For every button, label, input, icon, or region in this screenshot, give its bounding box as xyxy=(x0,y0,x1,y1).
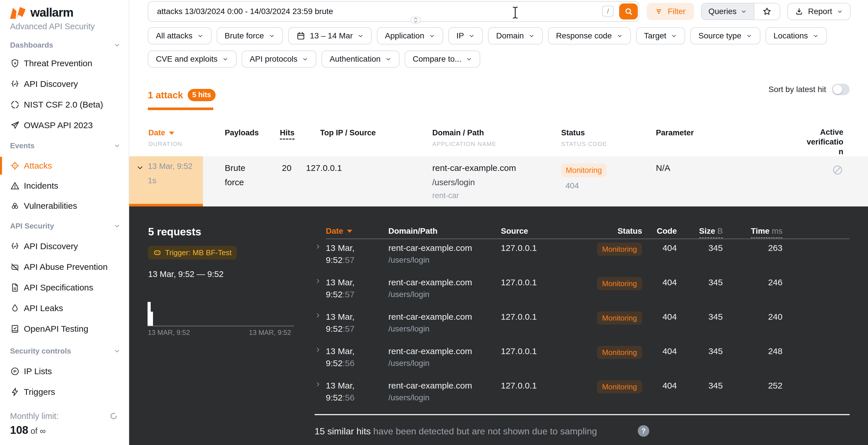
filter-chip-target[interactable]: Target xyxy=(636,27,685,44)
collapse-chevron-icon[interactable] xyxy=(136,164,144,171)
sidebar-item-api-abuse-prevention[interactable]: API Abuse Prevention xyxy=(0,256,129,277)
request-date: 13 Mar,9:52:56 xyxy=(326,380,354,404)
sidebar-item-incidents[interactable]: Incidents xyxy=(0,176,129,196)
request-source: 127.0.0.1 xyxy=(501,242,537,254)
attack-date: 13 Mar, 9:52 xyxy=(148,159,193,173)
filter-chip-ip[interactable]: IP xyxy=(448,27,483,44)
queries-button[interactable]: Queries xyxy=(702,3,754,20)
report-button[interactable]: Report xyxy=(787,3,850,20)
favorite-star-button[interactable] xyxy=(754,3,780,20)
lightning-icon xyxy=(10,387,20,397)
request-code: 404 xyxy=(662,311,677,323)
request-status-badge: Monitoring xyxy=(597,243,642,256)
request-row[interactable]: 13 Mar,9:52:56rent-car-example.com/users… xyxy=(129,378,868,413)
prohibit-icon[interactable] xyxy=(832,164,843,176)
sidebar-item-label: IP Lists xyxy=(24,367,52,376)
sidebar-item-attacks[interactable]: Attacks xyxy=(0,156,129,176)
sidebar-item-owasp-api[interactable]: OWASP API 2023 xyxy=(0,115,129,136)
filter-chip-13-14-mar[interactable]: 13 – 14 Mar xyxy=(288,27,372,44)
chevron-down-icon xyxy=(741,8,747,14)
req-column-size[interactable]: Size B xyxy=(699,227,723,238)
attack-status-badge: Monitoring xyxy=(561,164,607,177)
request-path: /users/login xyxy=(389,392,429,404)
req-column-date[interactable]: Date xyxy=(326,227,352,236)
filter-chip-label: Brute force xyxy=(225,31,264,40)
chevron-down-icon xyxy=(269,33,275,39)
sidebar-item-openapi-testing[interactable]: OpenAPI Testing xyxy=(0,318,129,339)
search-button[interactable] xyxy=(619,3,638,20)
filter-chip-application[interactable]: Application xyxy=(377,27,443,44)
sidebar-section-api-security: API SecurityAPI DiscoveryAPI Abuse Preve… xyxy=(0,216,129,339)
attack-row[interactable]: 13 Mar, 9:521s Brute force 20 127.0.0.1 … xyxy=(129,156,868,206)
sidebar-item-label: Incidents xyxy=(24,181,58,191)
attack-application: rent-car xyxy=(432,189,459,203)
sidebar-item-api-specifications[interactable]: API Specifications xyxy=(0,277,129,298)
search-expander[interactable] xyxy=(410,16,421,24)
sidebar-section-header-events[interactable]: Events xyxy=(0,136,129,156)
column-header-hits[interactable]: Hits xyxy=(280,129,294,140)
filter-chip-response-code[interactable]: Response code xyxy=(548,27,631,44)
request-time: 248 xyxy=(768,345,782,357)
req-column-time[interactable]: Time ms xyxy=(751,227,782,238)
sidebar-section-header-api-security[interactable]: API Security xyxy=(0,216,129,236)
sidebar-item-threat-prevention[interactable]: Threat Prevention xyxy=(0,53,129,74)
sidebar-section-security-controls: Security controlsIPIP ListsTriggers xyxy=(0,341,129,402)
sidebar-item-api-leaks[interactable]: API Leaks xyxy=(0,298,129,318)
sidebar-section-header-security-controls[interactable]: Security controls xyxy=(0,341,129,361)
expand-chevron-icon[interactable] xyxy=(315,381,321,388)
sidebar-item-label: API Specifications xyxy=(24,283,93,293)
sidebar-item-vulnerabilities[interactable]: Vulnerabilities xyxy=(0,196,129,216)
request-row[interactable]: 13 Mar,9:52:57rent-car-example.com/users… xyxy=(129,310,868,344)
request-row[interactable]: 13 Mar,9:52:57rent-car-example.com/users… xyxy=(129,241,868,275)
sidebar-item-triggers[interactable]: Triggers xyxy=(0,382,129,402)
column-header-date[interactable]: Date xyxy=(148,129,175,137)
sidebar-item-api-discovery-2[interactable]: API Discovery xyxy=(0,236,129,256)
filter-chip-cve-and-exploits[interactable]: CVE and exploits xyxy=(148,50,237,68)
book-check-icon xyxy=(10,324,20,334)
histogram-bar xyxy=(151,312,153,326)
sidebar-item-ip-lists[interactable]: IPIP Lists xyxy=(0,361,129,382)
req-column-source: Source xyxy=(501,227,528,236)
column-header-parameter: Parameter xyxy=(656,129,694,137)
attack-duration: 1s xyxy=(148,173,193,188)
filter-chip-compare-to[interactable]: Compare to... xyxy=(405,50,480,68)
filter-chip-api-protocols[interactable]: API protocols xyxy=(242,50,317,68)
chevron-down-icon xyxy=(197,33,204,39)
filter-chip-source-type[interactable]: Source type xyxy=(690,27,760,44)
search-input[interactable]: attacks 13/03/2024 0:00 - 14/03/2024 23:… xyxy=(148,1,639,22)
filter-chip-authentication[interactable]: Authentication xyxy=(321,50,399,68)
request-row[interactable]: 13 Mar,9:52:56rent-car-example.com/users… xyxy=(129,344,868,378)
filter-chip-brute-force[interactable]: Brute force xyxy=(217,27,283,44)
filter-chip-label: IP xyxy=(456,31,464,40)
sidebar-section-header-dashboards[interactable]: Dashboards xyxy=(0,37,129,53)
similar-hits-text: 15 similar hits have been detected but a… xyxy=(315,426,597,437)
expand-chevron-icon[interactable] xyxy=(315,346,321,353)
expand-chevron-icon[interactable] xyxy=(315,312,321,319)
filter-chips-row-2: CVE and exploitsAPI protocolsAuthenticat… xyxy=(148,50,480,68)
request-detail-panel: 5 requests Trigger: MB BF-Test 13 Mar, 9… xyxy=(129,206,868,445)
filter-chip-domain[interactable]: Domain xyxy=(488,27,542,44)
sort-toggle[interactable] xyxy=(832,84,849,95)
help-button[interactable]: ? xyxy=(638,425,649,437)
attack-status-code: 404 xyxy=(565,179,579,193)
expand-chevron-icon[interactable] xyxy=(315,243,321,250)
main-content: attacks 13/03/2024 0:00 - 14/03/2024 23:… xyxy=(129,0,868,445)
filter-chip-all-attacks[interactable]: All attacks xyxy=(148,27,212,44)
filter-button[interactable]: Filter xyxy=(647,3,694,20)
column-header-payloads: Payloads xyxy=(225,129,259,137)
req-column-status: Status xyxy=(617,227,642,236)
filter-chip-label: Target xyxy=(644,31,666,40)
expand-chevron-icon[interactable] xyxy=(315,278,321,284)
sidebar: wallarm Advanced API Security Dashboards… xyxy=(0,0,129,445)
sidebar-section-events: EventsAttacksIncidentsVulnerabilities xyxy=(0,136,129,216)
filter-chip-locations[interactable]: Locations xyxy=(766,27,827,44)
wallarm-logo[interactable]: wallarm xyxy=(9,5,129,20)
attack-top-ip: 127.0.0.1 xyxy=(306,161,342,175)
request-row[interactable]: 13 Mar,9:52:57rent-car-example.com/users… xyxy=(129,275,868,310)
chevron-down-icon xyxy=(302,56,308,62)
similar-hits-divider xyxy=(315,414,849,415)
request-code: 404 xyxy=(662,276,677,288)
sidebar-item-nist-csf[interactable]: NIST CSF 2.0 (Beta) xyxy=(0,94,129,115)
request-code: 404 xyxy=(662,380,677,392)
sidebar-item-api-discovery[interactable]: API Discovery xyxy=(0,74,129,94)
